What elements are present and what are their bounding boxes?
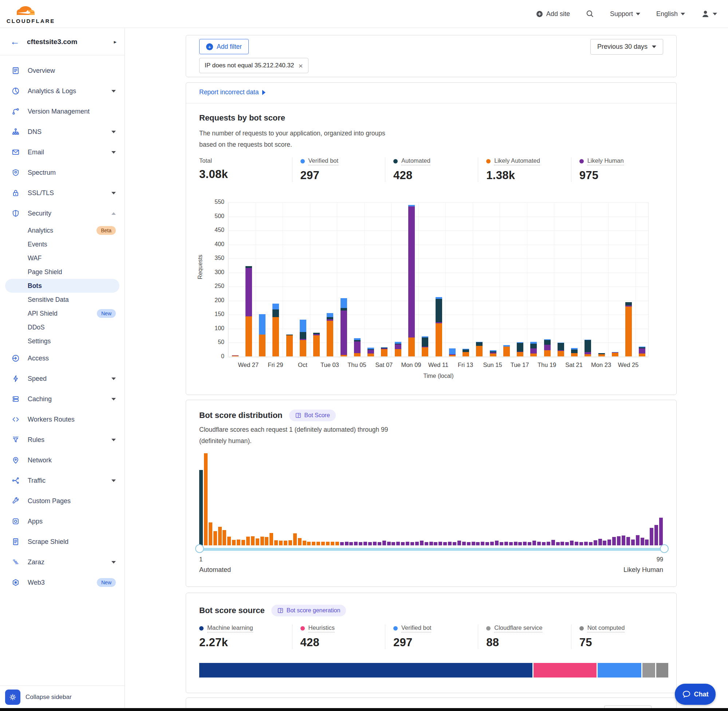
y-tick-label: 400 xyxy=(207,241,224,248)
sidebar-item-traffic[interactable]: Traffic xyxy=(0,471,124,491)
sidebar-item-dns[interactable]: DNS xyxy=(0,122,124,142)
bar-9 xyxy=(354,338,360,356)
sidebar-item-label: Caching xyxy=(28,395,111,403)
slider-handle-max[interactable] xyxy=(660,544,669,553)
sidebar-item-label: Security xyxy=(28,210,111,217)
report-incorrect-data-link[interactable]: Report incorrect data xyxy=(199,89,266,96)
bar-22 xyxy=(530,342,537,356)
stat-label: Verified bot xyxy=(309,157,339,165)
sidebar-item-zaraz[interactable]: Zaraz xyxy=(0,552,124,572)
bar-27 xyxy=(598,353,605,356)
collapse-sidebar-button[interactable]: Collapse sidebar xyxy=(25,693,72,701)
histogram-bar-score-78 xyxy=(561,542,564,545)
histogram-bar-score-71 xyxy=(528,542,532,545)
chevron-up-icon xyxy=(111,212,116,215)
support-menu[interactable]: Support xyxy=(610,10,640,18)
sidebar-item-label: API Shield xyxy=(28,310,93,317)
add-site-button[interactable]: Add site xyxy=(536,10,570,18)
sidebar-item-analytics-logs[interactable]: Analytics & Logs xyxy=(0,81,124,101)
language-menu[interactable]: English xyxy=(656,10,685,18)
add-filter-button[interactable]: + Add filter xyxy=(199,39,249,54)
sidebar-item-label: Web3 xyxy=(28,579,93,587)
bar-segment-likely-automated xyxy=(300,340,306,356)
cloudflare-dashboard: CLOUDFLARE Add site Support xyxy=(0,0,728,711)
histogram-bar-score-58 xyxy=(467,542,471,545)
sidebar-item-caching[interactable]: Caching xyxy=(0,389,124,409)
filter-chip[interactable]: IP does not equal 35.212.240.32 × xyxy=(199,58,309,73)
stat-label: Likely Automated xyxy=(494,157,540,165)
sidebar-item-page-shield[interactable]: Page Shield xyxy=(0,265,124,279)
sidebar-item-version-management[interactable]: Version Management xyxy=(0,101,124,122)
traffic-icon xyxy=(12,476,20,485)
gridline xyxy=(391,202,391,357)
sidebar-item-email[interactable]: Email xyxy=(0,142,124,162)
bar-segment-likely-automated xyxy=(422,347,428,356)
sidebar-item-label: DDoS xyxy=(28,324,116,331)
section-title: Requests by bot score xyxy=(199,113,285,123)
sidebar-item-label: Custom Pages xyxy=(28,497,116,505)
sidebar-item-ssl-tls[interactable]: SSL/TLS xyxy=(0,183,124,203)
sidebar-item-web3[interactable]: Web3New xyxy=(0,572,124,593)
sidebar-item-security[interactable]: Security xyxy=(0,203,124,224)
bar-2 xyxy=(259,314,266,356)
chevron-right-icon[interactable]: ▸ xyxy=(114,38,117,45)
sidebar-item-events[interactable]: Events xyxy=(0,237,124,251)
sidebar-item-analytics[interactable]: AnalyticsBeta xyxy=(0,224,124,237)
stat-total: Total3.08k xyxy=(199,157,292,182)
x-tick-label: Tue 17 xyxy=(511,361,529,369)
histogram-bar-score-75 xyxy=(546,542,550,545)
sidebar-item-workers-routes[interactable]: Workers Routes xyxy=(0,409,124,429)
bar-segment-likely-automated xyxy=(612,353,619,356)
bar-23 xyxy=(544,339,551,356)
sidebar-item-apps[interactable]: Apps xyxy=(0,511,124,531)
sidebar-item-bots[interactable]: Bots xyxy=(5,279,120,293)
x-tick-label: Oct xyxy=(298,361,307,369)
stat-machine-learning: Machine learning2.27k xyxy=(199,624,292,649)
sidebar-footer: Collapse sidebar xyxy=(0,686,124,708)
sidebar-item-rules[interactable]: Rules xyxy=(0,429,124,450)
account-menu[interactable] xyxy=(701,9,717,18)
bar-21 xyxy=(517,342,523,356)
automated-dot xyxy=(393,159,398,164)
close-icon[interactable]: × xyxy=(298,62,303,69)
sidebar-item-settings[interactable]: Settings xyxy=(0,334,124,348)
sidebar-item-access[interactable]: Access xyxy=(0,348,124,369)
preferences-button[interactable] xyxy=(5,689,21,705)
x-tick-label: Sun 15 xyxy=(483,361,502,369)
sidebar-item-scrape-shield[interactable]: Scrape Shield xyxy=(0,531,124,552)
sidebar-item-speed[interactable]: Speed xyxy=(0,369,124,389)
bar-segment-automated xyxy=(625,302,632,305)
date-range-dropdown[interactable]: Previous 30 days xyxy=(590,39,663,55)
sidebar-item-api-shield[interactable]: API ShieldNew xyxy=(0,307,124,320)
y-tick-label: 50 xyxy=(207,339,224,345)
bot-score-generation-badge[interactable]: Bot score generation xyxy=(271,605,346,617)
sidebar-item-overview[interactable]: Overview xyxy=(0,60,124,81)
score-range-slider[interactable] xyxy=(199,548,664,551)
version-management-icon xyxy=(12,108,20,115)
bar-18 xyxy=(476,342,483,356)
source-segment-machine-learning xyxy=(199,663,532,677)
back-arrow-icon[interactable]: ← xyxy=(10,36,20,47)
x-tick-label: Fri 13 xyxy=(458,361,473,369)
stat-value: 297 xyxy=(300,169,381,182)
x-tick-label: Fri 29 xyxy=(268,361,283,369)
chat-button[interactable]: Chat xyxy=(675,684,716,705)
sidebar-item-ddos[interactable]: DDoS xyxy=(0,320,124,334)
slider-handle-min[interactable] xyxy=(195,544,204,553)
bot-score-badge[interactable]: Bot Score xyxy=(289,410,336,421)
histogram-bar-score-13 xyxy=(255,538,259,545)
bar-segment-likely-human xyxy=(245,268,252,316)
stat-automated: Automated428 xyxy=(385,157,478,182)
sidebar-item-custom-pages[interactable]: Custom Pages xyxy=(0,491,124,511)
top-navbar: CLOUDFLARE Add site Support xyxy=(0,0,728,28)
sidebar-item-waf[interactable]: WAF xyxy=(0,251,124,265)
sidebar-item-spectrum[interactable]: Spectrum xyxy=(0,162,124,183)
sidebar-item-sensitive-data[interactable]: Sensitive Data xyxy=(0,293,124,307)
bar-segment-likely-automated xyxy=(354,353,360,356)
stat-value: 1.38k xyxy=(486,169,567,182)
sidebar-item-network[interactable]: Network xyxy=(0,450,124,471)
bar-segment-likely-automated xyxy=(490,354,496,356)
search-button[interactable] xyxy=(586,10,594,18)
cloudflare-logo[interactable]: CLOUDFLARE xyxy=(7,4,55,24)
gridline xyxy=(554,202,554,357)
